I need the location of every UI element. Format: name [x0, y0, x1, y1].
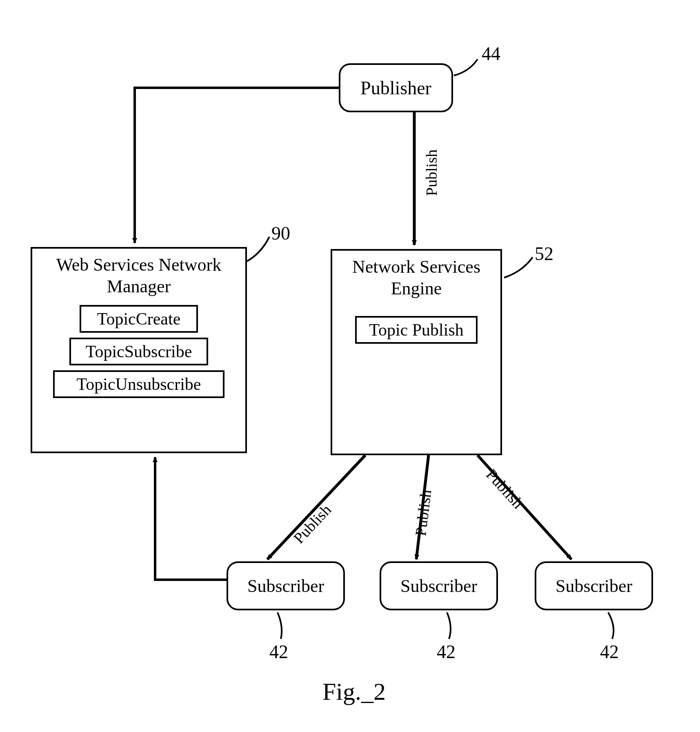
nse-title-1: Network Services: [352, 257, 480, 277]
publisher-label: Publisher: [360, 77, 431, 99]
subscriber-1-label: Subscriber: [247, 576, 324, 596]
wsnm-title-2: Manager: [107, 276, 171, 296]
figure-label: Fig._2: [322, 678, 386, 706]
edge-publish-down-label: Publish: [422, 149, 440, 196]
subscriber-2-ref: 42: [437, 641, 456, 663]
topic-subscribe-box: TopicSubscribe: [69, 338, 208, 365]
subscriber-2-label: Subscriber: [400, 576, 477, 596]
edge-publish-s2-label: Publish: [411, 489, 435, 537]
topic-unsubscribe-box: TopicUnsubscribe: [53, 370, 224, 398]
subscriber-2-node: Subscriber: [380, 561, 498, 610]
subscriber-3-node: Subscriber: [535, 561, 653, 610]
wsnm-ref: 90: [271, 222, 290, 244]
edge-publish-s1-label: Publish: [290, 501, 335, 547]
nse-node: Network Services Engine Topic Publish: [331, 249, 502, 455]
topic-publish-box: Topic Publish: [355, 316, 478, 344]
nse-ref: 52: [535, 243, 553, 265]
subscriber-1-ref: 42: [269, 641, 288, 663]
nse-title-2: Engine: [391, 278, 442, 298]
wsnm-node: Web Services Network Manager TopicCreate…: [31, 247, 247, 453]
topic-unsubscribe-label: TopicUnsubscribe: [77, 375, 201, 394]
topic-create-box: TopicCreate: [80, 305, 198, 333]
publisher-node: Publisher: [339, 63, 453, 112]
topic-subscribe-label: TopicSubscribe: [86, 342, 192, 361]
diagram-canvas: Publisher 44 Web Services Network Manage…: [0, 0, 700, 732]
subscriber-1-node: Subscriber: [227, 561, 345, 610]
subscriber-3-ref: 42: [600, 641, 619, 663]
topic-publish-label: Topic Publish: [369, 320, 464, 339]
topic-create-label: TopicCreate: [97, 309, 181, 328]
subscriber-3-label: Subscriber: [556, 576, 632, 596]
publisher-ref: 44: [482, 43, 500, 65]
edge-publish-s3-label: Publish: [482, 465, 527, 512]
wsnm-title-1: Web Services Network: [56, 255, 222, 275]
